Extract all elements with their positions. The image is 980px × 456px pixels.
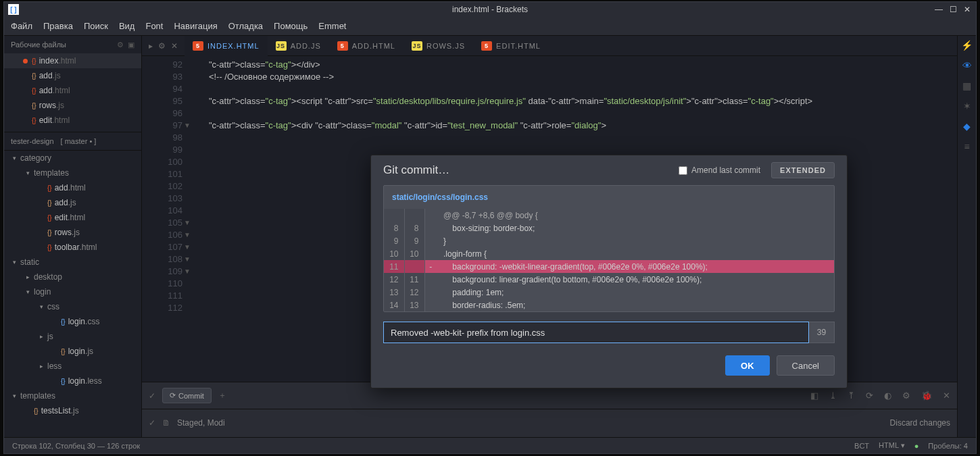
tab-close-icon[interactable]: ✕ [171,41,178,51]
working-files-header: Рабочие файлы [11,41,66,49]
tree-folder-item[interactable]: ▾templates [4,166,141,180]
menu-find[interactable]: Поиск [84,21,108,31]
tree-file-item[interactable]: {}add.html [4,180,141,195]
tree-file-item[interactable]: {}edit.html [4,210,141,225]
diff-file-path[interactable]: static/login/css/login.css [384,186,834,209]
git-close-icon[interactable]: ✕ [943,390,950,401]
working-file-item[interactable]: {}index.html [4,53,141,68]
eye-icon[interactable]: 👁 [962,60,972,71]
tree-file-item[interactable]: {}rows.js [4,225,141,240]
diff-row: 1010.login-form { [384,247,834,260]
extension-icon[interactable]: ▦ [962,80,971,91]
live-preview-icon[interactable]: ⚡ [961,40,973,51]
tree-file-item[interactable]: {}login.less [4,374,141,388]
tree-folder-item[interactable]: ▸desktop [4,270,141,284]
menu-edit[interactable]: Правка [43,21,73,31]
plus-icon[interactable]: ＋ [218,390,226,401]
check-icon[interactable]: ✓ [149,391,155,401]
editor-tab[interactable]: JSrows.js [403,36,473,56]
commit-message-input[interactable] [383,322,809,343]
ok-button[interactable]: OK [725,355,770,376]
file-icon: 🗎 [162,418,170,428]
working-file-item[interactable]: {}add.js [4,68,141,83]
right-toolbar: ⚡ 👁 ▦ ✶ ◆ ≡ [957,36,976,437]
status-dot-icon[interactable]: ● [914,442,919,450]
diff-viewer: static/login/css/login.css @@ -8,7 +8,6 … [383,185,835,312]
working-file-item[interactable]: {}rows.js [4,98,141,113]
line-gutter: 929394959697▼9899100101102103104105▼106▼… [142,56,189,382]
diff-row: 99} [384,234,834,247]
tree-file-item[interactable]: {}add.js [4,195,141,210]
insert-mode[interactable]: BCT [854,442,869,450]
diff-row: @@ -8,7 +8,6 @@ body { [384,209,834,222]
tree-file-item[interactable]: {}login.css [4,314,141,329]
cancel-button[interactable]: Cancel [777,355,835,376]
editor-tab[interactable]: 5edit.html [473,36,549,56]
menu-help[interactable]: Помощь [274,21,308,31]
check-icon[interactable]: ✓ [149,418,155,428]
minimize-icon[interactable]: — [935,5,943,14]
editor-tab[interactable]: 5index.html [185,36,268,56]
app-logo-icon: [ ] [8,4,19,15]
editor-tab[interactable]: JSadd.js [268,36,329,56]
extended-button[interactable]: EXTENDED [771,162,835,178]
git-commit-dialog: Git commit… Amend last commit EXTENDED s… [370,155,848,388]
commit-button[interactable]: ⟳Commit [162,388,212,403]
working-file-item[interactable]: {}edit.html [4,113,141,128]
tree-folder-item[interactable]: ▾login [4,284,141,299]
gear-icon[interactable]: ⚙ [117,41,124,49]
dialog-title: Git commit… [383,163,449,177]
menu-nav[interactable]: Навигация [174,21,217,31]
tree-file-item[interactable]: {}toolbar.html [4,240,141,255]
menu-emmet[interactable]: Emmet [318,21,346,31]
cursor-position[interactable]: Строка 102, Столбец 30 — 126 строк [12,442,140,450]
tree-file-item[interactable]: {}login.js [4,344,141,359]
statusbar: Строка 102, Столбец 30 — 126 строк BCT H… [4,437,976,453]
menu-font[interactable]: Font [145,21,163,31]
tree-folder-item[interactable]: ▾category [4,151,141,166]
tab-bar: ▸ ⚙ ✕ 5index.htmlJSadd.js5add.htmlJSrows… [142,36,957,56]
menu-view[interactable]: Вид [119,21,135,31]
language-mode[interactable]: HTML ▾ [879,441,905,450]
diamond-icon[interactable]: ◆ [963,121,971,132]
menu-file[interactable]: Файл [11,21,32,31]
editor-tab[interactable]: 5add.html [329,36,403,56]
sidebar-toggle-icon[interactable]: ▸ [149,41,153,51]
indent-setting[interactable]: Пробелы: 4 [928,442,968,450]
menubar: Файл Правка Поиск Вид Font Навигация Отл… [4,17,976,36]
tree-folder-item[interactable]: ▾css [4,299,141,314]
staged-label: Staged, Modi [177,418,225,428]
sidebar: Рабочие файлы ⚙ ▣ {}index.html{}add.js{}… [4,36,142,437]
diff-row: 11- background: -webkit-linear-gradient(… [384,260,834,273]
working-file-item[interactable]: {}add.html [4,83,141,98]
bug-icon[interactable]: ✶ [963,101,971,111]
titlebar: [ ] index.html - Brackets — ☐ ✕ [4,2,976,17]
window-title: index.html - Brackets [452,5,528,14]
split-icon[interactable]: ▣ [128,41,134,49]
modal-overlay: Git commit… Amend last commit EXTENDED s… [280,75,938,421]
stack-icon[interactable]: ≡ [964,141,969,152]
diff-row: 88 box-sizing: border-box; [384,222,834,234]
tree-folder-item[interactable]: ▸less [4,359,141,374]
close-icon[interactable]: ✕ [964,5,971,14]
tree-file-item[interactable]: {}testsList.js [4,403,141,418]
maximize-icon[interactable]: ☐ [950,5,957,14]
branch-name[interactable]: [ master • ] [61,137,97,145]
diff-row: 1413 border-radius: .5em; [384,299,834,311]
diff-row: 1312 padding: 1em; [384,286,834,299]
amend-checkbox[interactable]: Amend last commit [679,166,760,175]
gear-icon[interactable]: ⚙ [158,41,166,51]
menu-debug[interactable]: Отладка [228,21,263,31]
char-count: 39 [809,322,835,343]
project-name[interactable]: tester-design [11,137,54,145]
tree-folder-item[interactable]: ▸js [4,329,141,344]
tree-folder-item[interactable]: ▾static [4,255,141,270]
tree-folder-item[interactable]: ▾templates [4,388,141,403]
diff-row: 1211 background: linear-gradient(to bott… [384,273,834,286]
